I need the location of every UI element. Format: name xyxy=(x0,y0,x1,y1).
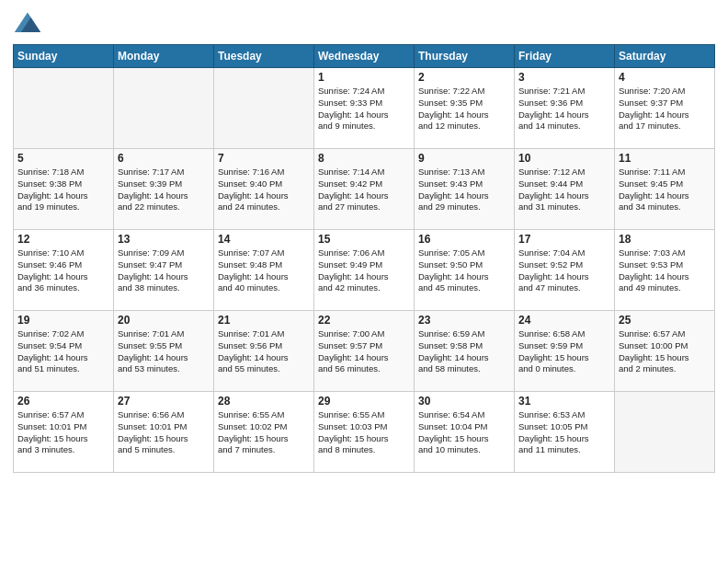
cell-info: Sunrise: 7:01 AM Sunset: 9:55 PM Dayligh… xyxy=(118,328,210,375)
day-number: 24 xyxy=(518,314,610,327)
cell-info: Sunrise: 6:55 AM Sunset: 10:02 PM Daylig… xyxy=(218,409,310,456)
cell-info: Sunrise: 6:55 AM Sunset: 10:03 PM Daylig… xyxy=(318,409,410,456)
cell-info: Sunrise: 6:54 AM Sunset: 10:04 PM Daylig… xyxy=(418,409,510,456)
cell-info: Sunrise: 7:20 AM Sunset: 9:37 PM Dayligh… xyxy=(619,86,711,132)
calendar-cell: 19Sunrise: 7:02 AM Sunset: 9:54 PM Dayli… xyxy=(14,311,114,392)
cell-info: Sunrise: 6:57 AM Sunset: 10:00 PM Daylig… xyxy=(619,328,711,375)
calendar-cell: 16Sunrise: 7:05 AM Sunset: 9:50 PM Dayli… xyxy=(415,230,515,311)
day-header-saturday: Saturday xyxy=(615,45,715,68)
cell-info: Sunrise: 7:02 AM Sunset: 9:54 PM Dayligh… xyxy=(17,328,109,375)
cell-info: Sunrise: 7:11 AM Sunset: 9:45 PM Dayligh… xyxy=(619,167,711,213)
calendar-cell: 25Sunrise: 6:57 AM Sunset: 10:00 PM Dayl… xyxy=(615,311,715,392)
calendar-cell: 9Sunrise: 7:13 AM Sunset: 9:43 PM Daylig… xyxy=(415,149,515,230)
day-number: 6 xyxy=(118,152,210,165)
day-header-tuesday: Tuesday xyxy=(214,45,314,68)
calendar-cell: 14Sunrise: 7:07 AM Sunset: 9:48 PM Dayli… xyxy=(214,230,314,311)
day-number: 10 xyxy=(518,152,610,165)
cell-info: Sunrise: 6:53 AM Sunset: 10:05 PM Daylig… xyxy=(518,409,610,456)
day-number: 25 xyxy=(619,314,711,327)
calendar-cell: 7Sunrise: 7:16 AM Sunset: 9:40 PM Daylig… xyxy=(214,149,314,230)
day-header-monday: Monday xyxy=(114,45,214,68)
calendar-week-row: 5Sunrise: 7:18 AM Sunset: 9:38 PM Daylig… xyxy=(14,149,715,230)
day-number: 27 xyxy=(118,395,210,408)
day-number: 21 xyxy=(218,314,310,327)
calendar-cell xyxy=(14,68,114,149)
day-number: 30 xyxy=(418,395,510,408)
day-number: 4 xyxy=(619,71,711,84)
day-number: 7 xyxy=(218,152,310,165)
calendar-cell: 17Sunrise: 7:04 AM Sunset: 9:52 PM Dayli… xyxy=(515,230,615,311)
cell-info: Sunrise: 7:18 AM Sunset: 9:38 PM Dayligh… xyxy=(17,167,109,213)
day-number: 13 xyxy=(118,233,210,246)
calendar-cell xyxy=(114,68,214,149)
calendar-cell xyxy=(214,68,314,149)
day-number: 26 xyxy=(17,395,109,408)
cell-info: Sunrise: 7:10 AM Sunset: 9:46 PM Dayligh… xyxy=(17,247,109,294)
cell-info: Sunrise: 7:22 AM Sunset: 9:35 PM Dayligh… xyxy=(418,86,510,132)
cell-info: Sunrise: 6:59 AM Sunset: 9:58 PM Dayligh… xyxy=(418,328,510,375)
calendar-cell: 21Sunrise: 7:01 AM Sunset: 9:56 PM Dayli… xyxy=(214,311,314,392)
calendar-cell: 4Sunrise: 7:20 AM Sunset: 9:37 PM Daylig… xyxy=(615,68,715,149)
calendar-cell: 30Sunrise: 6:54 AM Sunset: 10:04 PM Dayl… xyxy=(415,392,515,473)
cell-info: Sunrise: 7:05 AM Sunset: 9:50 PM Dayligh… xyxy=(418,247,510,294)
day-number: 29 xyxy=(318,395,410,408)
calendar-cell: 24Sunrise: 6:58 AM Sunset: 9:59 PM Dayli… xyxy=(515,311,615,392)
calendar-cell: 13Sunrise: 7:09 AM Sunset: 9:47 PM Dayli… xyxy=(114,230,214,311)
day-number: 20 xyxy=(118,314,210,327)
day-number: 2 xyxy=(418,71,510,84)
day-number: 18 xyxy=(619,233,711,246)
calendar-cell: 5Sunrise: 7:18 AM Sunset: 9:38 PM Daylig… xyxy=(14,149,114,230)
cell-info: Sunrise: 7:07 AM Sunset: 9:48 PM Dayligh… xyxy=(218,247,310,294)
logo xyxy=(13,9,46,39)
day-header-thursday: Thursday xyxy=(415,45,515,68)
day-number: 31 xyxy=(518,395,610,408)
cell-info: Sunrise: 7:21 AM Sunset: 9:36 PM Dayligh… xyxy=(518,86,610,132)
day-header-row: SundayMondayTuesdayWednesdayThursdayFrid… xyxy=(14,45,715,68)
calendar-table: SundayMondayTuesdayWednesdayThursdayFrid… xyxy=(13,44,715,473)
header xyxy=(13,9,715,39)
calendar-page: SundayMondayTuesdayWednesdayThursdayFrid… xyxy=(0,0,728,563)
day-number: 8 xyxy=(318,152,410,165)
cell-info: Sunrise: 7:16 AM Sunset: 9:40 PM Dayligh… xyxy=(218,167,310,213)
calendar-cell: 29Sunrise: 6:55 AM Sunset: 10:03 PM Dayl… xyxy=(314,392,415,473)
day-number: 5 xyxy=(17,152,109,165)
cell-info: Sunrise: 7:03 AM Sunset: 9:53 PM Dayligh… xyxy=(619,247,711,294)
calendar-week-row: 19Sunrise: 7:02 AM Sunset: 9:54 PM Dayli… xyxy=(14,311,715,392)
cell-info: Sunrise: 7:17 AM Sunset: 9:39 PM Dayligh… xyxy=(118,167,210,213)
calendar-cell: 26Sunrise: 6:57 AM Sunset: 10:01 PM Dayl… xyxy=(14,392,114,473)
cell-info: Sunrise: 7:01 AM Sunset: 9:56 PM Dayligh… xyxy=(218,328,310,375)
day-number: 12 xyxy=(17,233,109,246)
calendar-week-row: 26Sunrise: 6:57 AM Sunset: 10:01 PM Dayl… xyxy=(14,392,715,473)
cell-info: Sunrise: 7:00 AM Sunset: 9:57 PM Dayligh… xyxy=(318,328,410,375)
cell-info: Sunrise: 7:24 AM Sunset: 9:33 PM Dayligh… xyxy=(318,86,410,132)
calendar-cell: 20Sunrise: 7:01 AM Sunset: 9:55 PM Dayli… xyxy=(114,311,214,392)
day-number: 17 xyxy=(518,233,610,246)
cell-info: Sunrise: 7:09 AM Sunset: 9:47 PM Dayligh… xyxy=(118,247,210,294)
calendar-cell: 28Sunrise: 6:55 AM Sunset: 10:02 PM Dayl… xyxy=(214,392,314,473)
calendar-cell: 1Sunrise: 7:24 AM Sunset: 9:33 PM Daylig… xyxy=(314,68,415,149)
calendar-cell: 23Sunrise: 6:59 AM Sunset: 9:58 PM Dayli… xyxy=(415,311,515,392)
calendar-cell: 12Sunrise: 7:10 AM Sunset: 9:46 PM Dayli… xyxy=(14,230,114,311)
calendar-week-row: 12Sunrise: 7:10 AM Sunset: 9:46 PM Dayli… xyxy=(14,230,715,311)
calendar-cell: 6Sunrise: 7:17 AM Sunset: 9:39 PM Daylig… xyxy=(114,149,214,230)
day-number: 9 xyxy=(418,152,510,165)
logo-icon xyxy=(13,9,42,39)
day-header-wednesday: Wednesday xyxy=(314,45,415,68)
cell-info: Sunrise: 6:57 AM Sunset: 10:01 PM Daylig… xyxy=(17,409,109,456)
cell-info: Sunrise: 6:58 AM Sunset: 9:59 PM Dayligh… xyxy=(518,328,610,375)
calendar-cell xyxy=(615,392,715,473)
cell-info: Sunrise: 6:56 AM Sunset: 10:01 PM Daylig… xyxy=(118,409,210,456)
calendar-cell: 10Sunrise: 7:12 AM Sunset: 9:44 PM Dayli… xyxy=(515,149,615,230)
calendar-cell: 2Sunrise: 7:22 AM Sunset: 9:35 PM Daylig… xyxy=(415,68,515,149)
day-number: 22 xyxy=(318,314,410,327)
day-header-sunday: Sunday xyxy=(14,45,114,68)
calendar-cell: 8Sunrise: 7:14 AM Sunset: 9:42 PM Daylig… xyxy=(314,149,415,230)
calendar-week-row: 1Sunrise: 7:24 AM Sunset: 9:33 PM Daylig… xyxy=(14,68,715,149)
day-number: 14 xyxy=(218,233,310,246)
calendar-cell: 27Sunrise: 6:56 AM Sunset: 10:01 PM Dayl… xyxy=(114,392,214,473)
day-number: 16 xyxy=(418,233,510,246)
day-header-friday: Friday xyxy=(515,45,615,68)
cell-info: Sunrise: 7:14 AM Sunset: 9:42 PM Dayligh… xyxy=(318,167,410,213)
day-number: 23 xyxy=(418,314,510,327)
day-number: 11 xyxy=(619,152,711,165)
